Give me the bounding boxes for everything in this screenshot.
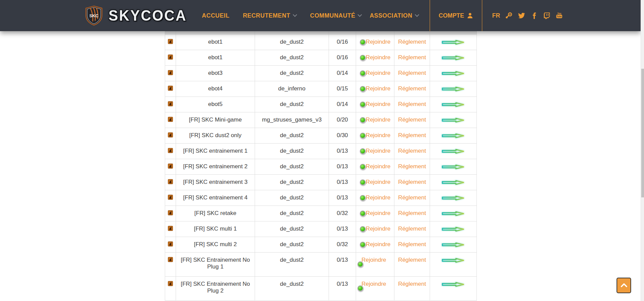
rules-cell: Réglement [394, 237, 430, 253]
join-link[interactable]: Rejoindre [366, 194, 391, 201]
game-icon-cell [165, 253, 176, 277]
rules-link[interactable]: Réglement [398, 85, 426, 92]
youtube-icon[interactable]: You Tube [555, 12, 563, 20]
rules-link[interactable]: Réglement [398, 132, 426, 138]
rules-link[interactable]: Réglement [398, 163, 426, 170]
game-icon [168, 226, 173, 231]
twitter-icon[interactable] [518, 12, 525, 20]
ping-arrow-icon [441, 70, 466, 77]
server-row: [FR] SKC multi 2 de_dust2 0/32 Rejoindre… [165, 237, 477, 253]
server-name: ebot1 [176, 35, 255, 50]
join-link[interactable]: Rejoindre [366, 70, 391, 77]
rules-cell: Réglement [394, 159, 430, 175]
nav-item-accueil[interactable]: ACCUEIL [202, 0, 229, 31]
join-cell: Rejoindre [356, 81, 394, 97]
game-icon [168, 101, 173, 106]
join-link[interactable]: Rejoindre [366, 54, 391, 61]
scrollbar-thumb[interactable] [641, 69, 644, 197]
rules-cell: Réglement [394, 221, 430, 237]
server-name: [FR] SKC retake [176, 206, 255, 221]
server-status-ball-icon [360, 179, 366, 185]
server-name: ebot3 [176, 66, 255, 81]
rules-link[interactable]: Réglement [398, 281, 426, 287]
server-name: [FR] SKC Mini-game [176, 112, 255, 128]
map-name: de_dust2 [255, 50, 329, 66]
map-name: de_dust2 [255, 206, 329, 221]
rules-link[interactable]: Réglement [398, 225, 426, 232]
rules-link[interactable]: Réglement [398, 116, 426, 123]
player-count: 0/13 [329, 144, 356, 159]
ping-cell [430, 237, 477, 253]
game-icon-cell [165, 81, 176, 97]
rules-cell: Réglement [394, 35, 430, 50]
player-count: 0/16 [329, 35, 356, 50]
rules-link[interactable]: Réglement [398, 210, 426, 216]
join-link[interactable]: Rejoindre [366, 132, 391, 139]
server-row: [FR] SKC entrainement 3 de_dust2 0/13 Re… [165, 175, 477, 190]
join-link[interactable]: Rejoindre [366, 116, 391, 123]
game-icon [168, 70, 173, 75]
server-status-ball-icon [360, 102, 366, 107]
player-count: 0/14 [329, 97, 356, 112]
account-button[interactable]: COMPTE [430, 0, 482, 31]
rules-cell: Réglement [394, 112, 430, 128]
game-icon [168, 39, 173, 44]
nav-item-communauté[interactable]: COMMUNAUTÉ [310, 0, 361, 31]
server-row: [FR] SKC multi 1 de_dust2 0/13 Rejoindre… [165, 221, 477, 237]
scrollbar-track[interactable] [641, 0, 644, 301]
join-link[interactable]: Rejoindre [366, 101, 391, 108]
rules-link[interactable]: Réglement [398, 70, 426, 76]
map-name: de_dust2 [255, 253, 329, 277]
join-link[interactable]: Rejoindre [366, 163, 391, 170]
join-link[interactable]: Rejoindre [366, 241, 391, 248]
join-cell: Rejoindre [356, 159, 394, 175]
rules-link[interactable]: Réglement [398, 257, 426, 263]
ping-cell [430, 206, 477, 221]
ping-arrow-icon [441, 117, 466, 124]
twitch-icon[interactable] [543, 12, 550, 20]
game-icon [168, 210, 173, 215]
join-link[interactable]: Rejoindre [366, 179, 391, 186]
game-icon-cell [165, 206, 176, 221]
server-status-ball-icon [360, 211, 366, 216]
game-icon [168, 55, 173, 60]
rules-cell: Réglement [394, 175, 430, 190]
ping-arrow-icon [441, 179, 466, 186]
rules-link[interactable]: Réglement [398, 194, 426, 201]
nav-item-recrutement[interactable]: RECRUTEMENT [243, 0, 296, 31]
join-link[interactable]: Rejoindre [366, 210, 391, 217]
join-cell: Rejoindre [356, 206, 394, 221]
rules-link[interactable]: Réglement [398, 179, 426, 185]
server-row: [FR] SKC Mini-game mg_struses_games_v3 0… [165, 112, 477, 128]
rules-link[interactable]: Réglement [398, 54, 426, 61]
server-row: ebot1 de_dust2 0/16 Rejoindre Réglement [165, 50, 477, 66]
server-row: [FR] SKC entrainement 2 de_dust2 0/13 Re… [165, 159, 477, 175]
game-icon [168, 281, 173, 286]
map-name: de_dust2 [255, 221, 329, 237]
language-selector[interactable]: FR [492, 0, 500, 31]
ping-arrow-icon [441, 281, 466, 288]
join-link[interactable]: Rejoindre [366, 225, 391, 232]
join-link[interactable]: Rejoindre [366, 39, 391, 45]
rules-link[interactable]: Réglement [398, 241, 426, 248]
scroll-to-top-button[interactable] [617, 278, 631, 293]
steam-icon[interactable] [505, 12, 513, 20]
rules-link[interactable]: Réglement [398, 101, 426, 107]
join-link[interactable]: Rejoindre [362, 257, 386, 263]
ping-arrow-icon [441, 195, 466, 201]
nav-item-association[interactable]: ASSOCIATION [370, 0, 418, 31]
ping-cell [430, 159, 477, 175]
join-link[interactable]: Rejoindre [366, 148, 391, 154]
server-name: ebot4 [176, 81, 255, 97]
join-link[interactable]: Rejoindre [366, 85, 391, 92]
join-link[interactable]: Rejoindre [362, 281, 386, 287]
social-links: You Tube [505, 0, 563, 31]
rules-link[interactable]: Réglement [398, 39, 426, 45]
shield-monogram: SKC [90, 14, 99, 18]
facebook-icon[interactable] [530, 12, 538, 20]
rules-cell: Réglement [394, 144, 430, 159]
brand-logo[interactable]: SKC SKYCOCA [84, 0, 187, 31]
map-name: de_dust2 [255, 237, 329, 253]
ping-cell [430, 190, 477, 206]
rules-link[interactable]: Réglement [398, 148, 426, 154]
